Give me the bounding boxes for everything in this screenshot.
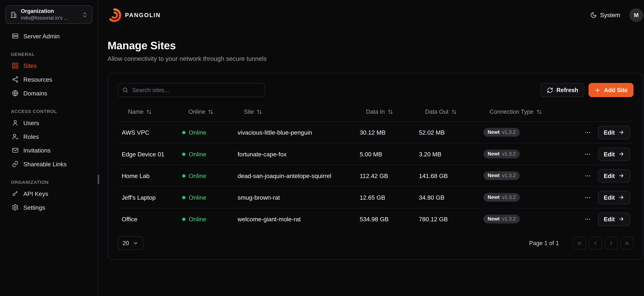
client-name: Newt <box>488 173 500 178</box>
next-page-button[interactable] <box>605 236 618 249</box>
topbar-right: System M <box>590 8 643 22</box>
sort-icon <box>146 109 152 114</box>
table-row: Jeff's Laptop Online smug-brown-rat 12.6… <box>118 186 634 208</box>
theme-toggle-button[interactable]: System <box>590 12 620 18</box>
sidebar: Organization milo@fossorial.io's ... Ser… <box>0 0 98 296</box>
chevron-left-icon <box>592 240 598 246</box>
search-icon <box>122 87 128 93</box>
connection-type-badge: Newtv1.3.2 <box>484 193 520 202</box>
edit-label: Edit <box>604 194 615 201</box>
sidebar-item-label: Settings <box>23 204 45 211</box>
chevrons-up-down-icon <box>82 12 88 18</box>
moon-icon <box>590 12 597 18</box>
column-header-data-in[interactable]: Data In <box>356 108 415 115</box>
edit-label: Edit <box>604 216 615 222</box>
data-out-value: 141.68 GB <box>415 172 480 179</box>
sidebar-item-label: Server Admin <box>23 33 60 40</box>
globe-icon <box>12 90 19 97</box>
row-menu-button[interactable] <box>583 128 592 137</box>
first-page-button[interactable] <box>573 236 586 249</box>
sidebar-nav: Server Admin GENERAL Sites Resources Dom <box>0 29 98 214</box>
user-icon <box>12 119 19 126</box>
data-in-value: 30.12 MB <box>356 129 415 136</box>
column-label: Data Out <box>425 108 448 115</box>
online-label: Online <box>189 172 206 179</box>
avatar-initial: M <box>634 12 638 18</box>
table-row: Office Online welcome-giant-mole-rat 534… <box>118 208 634 230</box>
client-name: Newt <box>488 130 500 135</box>
online-dot-icon <box>182 174 186 177</box>
sidebar-item-label: Resources <box>23 76 52 83</box>
online-dot-icon <box>182 152 186 156</box>
sidebar-item-shareable-links[interactable]: Shareable Links <box>0 157 98 171</box>
pangolin-logo-icon <box>108 8 121 22</box>
client-name: Newt <box>488 195 500 200</box>
sidebar-item-settings[interactable]: Settings <box>0 200 98 214</box>
org-selector[interactable]: Organization milo@fossorial.io's ... <box>6 6 92 24</box>
sidebar-item-server-admin[interactable]: Server Admin <box>0 29 98 43</box>
connection-type-cell: Newtv1.3.2 <box>479 193 558 202</box>
online-label: Online <box>189 129 206 136</box>
edit-button[interactable]: Edit <box>598 169 630 182</box>
row-actions: Edit <box>558 169 634 182</box>
column-header-online[interactable]: Online <box>178 108 234 115</box>
add-site-button[interactable]: Add Site <box>588 83 634 97</box>
plus-icon <box>594 87 601 93</box>
edit-button[interactable]: Edit <box>598 147 630 161</box>
row-actions: Edit <box>558 126 634 139</box>
topbar: PANGOLIN System M <box>98 0 644 30</box>
last-page-button[interactable] <box>620 236 634 249</box>
client-version: v1.3.2 <box>502 216 516 222</box>
sidebar-item-sites[interactable]: Sites <box>0 59 98 72</box>
refresh-button[interactable]: Refresh <box>540 83 584 97</box>
sidebar-item-label: Roles <box>23 133 39 140</box>
table-header: Name Online Site Data In Data Out <box>118 102 634 121</box>
table-row: Edge Device 01 Online fortunate-cape-fox… <box>118 143 634 164</box>
connection-type-cell: Newtv1.3.2 <box>479 128 558 137</box>
data-out-value: 52.02 MB <box>415 129 480 136</box>
connection-type-cell: Newtv1.3.2 <box>479 171 558 180</box>
row-actions: Edit <box>558 147 634 161</box>
edit-button[interactable]: Edit <box>598 212 630 226</box>
sites-icon <box>12 62 19 69</box>
column-header-data-out[interactable]: Data Out <box>415 108 480 115</box>
sidebar-item-domains[interactable]: Domains <box>0 86 98 100</box>
refresh-label: Refresh <box>556 87 578 94</box>
connection-type-badge: Newtv1.3.2 <box>484 150 520 158</box>
page-size-select[interactable]: 20 <box>118 236 143 250</box>
row-menu-button[interactable] <box>583 150 592 158</box>
avatar[interactable]: M <box>629 8 643 22</box>
edit-button[interactable]: Edit <box>598 126 630 139</box>
sort-icon <box>536 109 542 114</box>
pagination: Page 1 of 1 <box>529 236 634 249</box>
sidebar-item-api-keys[interactable]: API Keys <box>0 187 98 200</box>
row-menu-button[interactable] <box>583 171 592 180</box>
prev-page-button[interactable] <box>589 236 602 249</box>
sidebar-item-roles[interactable]: Roles <box>0 130 98 143</box>
sidebar-item-label: Shareable Links <box>23 160 67 167</box>
chevrons-left-icon <box>576 240 583 246</box>
arrow-right-icon <box>618 172 624 179</box>
sidebar-item-users[interactable]: Users <box>0 116 98 130</box>
data-in-value: 5.00 MB <box>356 151 415 158</box>
sidebar-item-resources[interactable]: Resources <box>0 72 98 86</box>
column-header-name[interactable]: Name <box>118 108 178 115</box>
site-tunnel-name: welcome-giant-mole-rat <box>234 216 356 222</box>
column-header-site[interactable]: Site <box>234 108 356 115</box>
row-actions: Edit <box>558 212 634 226</box>
row-menu-button[interactable] <box>583 214 592 224</box>
resources-icon <box>12 76 19 83</box>
sidebar-item-invitations[interactable]: Invitations <box>0 143 98 157</box>
column-header-connection-type[interactable]: Connection Type <box>479 108 558 115</box>
edit-button[interactable]: Edit <box>598 191 630 204</box>
sidebar-item-label: Invitations <box>23 147 50 154</box>
row-menu-button[interactable] <box>583 193 592 202</box>
search-input[interactable] <box>118 83 265 97</box>
data-out-value: 3.20 MB <box>415 151 480 158</box>
page-head: Manage Sites Allow connectivity to your … <box>98 30 644 62</box>
page-title: Manage Sites <box>108 39 643 52</box>
sidebar-item-label: Domains <box>23 90 47 96</box>
sidebar-resize-handle[interactable] <box>98 175 99 184</box>
sort-icon <box>452 109 457 114</box>
arrow-right-icon <box>618 216 624 222</box>
